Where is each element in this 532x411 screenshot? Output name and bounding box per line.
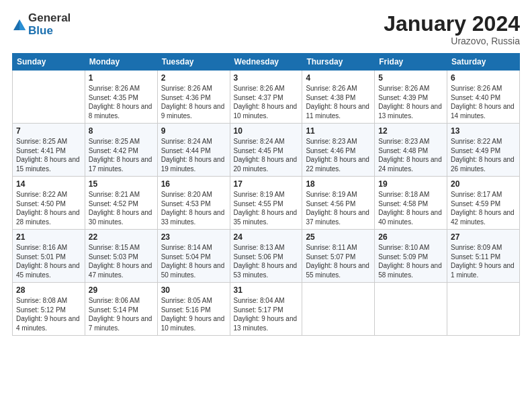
day-number: 27: [451, 232, 516, 242]
day-daylight: Daylight: 8 hours and 17 minutes.: [89, 156, 152, 173]
table-row: 15 Sunrise: 8:21 AM Sunset: 4:52 PM Dayl…: [85, 177, 157, 230]
day-sunrise: Sunrise: 8:22 AM: [451, 138, 502, 145]
day-sunrise: Sunrise: 8:15 AM: [89, 244, 140, 251]
calendar-week-row: 1 Sunrise: 8:26 AM Sunset: 4:35 PM Dayli…: [13, 71, 520, 124]
table-row: 4 Sunrise: 8:26 AM Sunset: 4:38 PM Dayli…: [302, 71, 375, 124]
day-sunset: Sunset: 4:45 PM: [234, 147, 283, 154]
logo-text: General Blue: [28, 12, 71, 37]
day-daylight: Daylight: 8 hours and 58 minutes.: [378, 262, 442, 279]
day-sunset: Sunset: 4:56 PM: [306, 200, 355, 208]
day-sunrise: Sunrise: 8:26 AM: [451, 85, 502, 92]
header-saturday: Saturday: [447, 54, 520, 71]
day-number: 30: [161, 285, 226, 295]
day-sunset: Sunset: 4:59 PM: [451, 200, 500, 208]
day-daylight: Daylight: 8 hours and 19 minutes.: [161, 156, 225, 173]
day-sunset: Sunset: 4:42 PM: [89, 147, 138, 154]
day-number: 4: [306, 73, 371, 83]
day-sunset: Sunset: 4:38 PM: [306, 94, 355, 101]
day-daylight: Daylight: 8 hours and 11 minutes.: [306, 103, 369, 120]
calendar-week-row: 21 Sunrise: 8:16 AM Sunset: 5:01 PM Dayl…: [13, 230, 520, 283]
day-sunset: Sunset: 5:17 PM: [234, 306, 283, 314]
table-row: 28 Sunrise: 8:08 AM Sunset: 5:12 PM Dayl…: [13, 283, 85, 336]
day-number: 18: [306, 179, 371, 189]
day-daylight: Daylight: 8 hours and 8 minutes.: [89, 103, 152, 120]
day-sunset: Sunset: 5:16 PM: [161, 306, 211, 314]
logo-general-text: General: [28, 12, 71, 25]
table-row: 10 Sunrise: 8:24 AM Sunset: 4:45 PM Dayl…: [230, 124, 302, 177]
day-sunset: Sunset: 4:35 PM: [89, 94, 138, 101]
day-sunset: Sunset: 4:53 PM: [161, 200, 211, 208]
title-block: January 2024 Urazovo, Russia: [384, 12, 520, 46]
day-sunset: Sunset: 4:36 PM: [161, 94, 211, 101]
day-daylight: Daylight: 8 hours and 26 minutes.: [451, 156, 515, 173]
day-daylight: Daylight: 9 hours and 4 minutes.: [16, 315, 80, 332]
table-row: 17 Sunrise: 8:19 AM Sunset: 4:55 PM Dayl…: [230, 177, 302, 230]
day-number: 25: [306, 232, 371, 242]
day-number: 24: [234, 232, 299, 242]
day-number: 7: [16, 126, 81, 136]
header-sunday: Sunday: [13, 54, 85, 71]
day-number: 9: [161, 126, 226, 136]
table-row: 6 Sunrise: 8:26 AM Sunset: 4:40 PM Dayli…: [447, 71, 520, 124]
day-sunrise: Sunrise: 8:14 AM: [161, 244, 212, 251]
table-row: 5 Sunrise: 8:26 AM Sunset: 4:39 PM Dayli…: [375, 71, 447, 124]
table-row: 21 Sunrise: 8:16 AM Sunset: 5:01 PM Dayl…: [13, 230, 85, 283]
table-row: 13 Sunrise: 8:22 AM Sunset: 4:49 PM Dayl…: [447, 124, 520, 177]
day-number: 19: [378, 179, 443, 189]
table-row: 7 Sunrise: 8:25 AM Sunset: 4:41 PM Dayli…: [13, 124, 85, 177]
calendar-week-row: 28 Sunrise: 8:08 AM Sunset: 5:12 PM Dayl…: [13, 283, 520, 336]
day-daylight: Daylight: 8 hours and 9 minutes.: [161, 103, 225, 120]
table-row: 31 Sunrise: 8:04 AM Sunset: 5:17 PM Dayl…: [230, 283, 302, 336]
page: General Blue January 2024 Urazovo, Russi…: [0, 0, 532, 411]
day-sunrise: Sunrise: 8:04 AM: [234, 297, 285, 304]
day-sunset: Sunset: 5:04 PM: [161, 253, 211, 261]
header-thursday: Thursday: [302, 54, 375, 71]
table-row: [375, 283, 447, 336]
day-number: 26: [378, 232, 443, 242]
day-sunset: Sunset: 4:40 PM: [451, 94, 500, 101]
day-daylight: Daylight: 8 hours and 22 minutes.: [306, 156, 369, 173]
logo-blue-text: Blue: [28, 25, 71, 38]
day-number: 20: [451, 179, 516, 189]
header-friday: Friday: [375, 54, 447, 71]
day-number: 3: [234, 73, 299, 83]
day-number: 1: [89, 73, 154, 83]
table-row: [447, 283, 520, 336]
day-sunrise: Sunrise: 8:25 AM: [16, 138, 67, 145]
day-number: 31: [234, 285, 299, 295]
day-sunrise: Sunrise: 8:26 AM: [161, 85, 212, 92]
day-daylight: Daylight: 8 hours and 14 minutes.: [451, 103, 515, 120]
calendar-week-row: 7 Sunrise: 8:25 AM Sunset: 4:41 PM Dayli…: [13, 124, 520, 177]
day-number: 6: [451, 73, 516, 83]
day-daylight: Daylight: 8 hours and 33 minutes.: [161, 209, 225, 226]
table-row: 14 Sunrise: 8:22 AM Sunset: 4:50 PM Dayl…: [13, 177, 85, 230]
day-sunrise: Sunrise: 8:05 AM: [161, 297, 212, 304]
day-daylight: Daylight: 9 hours and 1 minute.: [451, 262, 515, 279]
day-number: 5: [378, 73, 443, 83]
day-sunset: Sunset: 4:58 PM: [378, 200, 428, 208]
day-sunrise: Sunrise: 8:23 AM: [378, 138, 429, 145]
day-number: 16: [161, 179, 226, 189]
day-sunset: Sunset: 5:14 PM: [89, 306, 138, 314]
table-row: 19 Sunrise: 8:18 AM Sunset: 4:58 PM Dayl…: [375, 177, 447, 230]
day-daylight: Daylight: 9 hours and 13 minutes.: [234, 315, 298, 332]
day-sunrise: Sunrise: 8:19 AM: [234, 191, 285, 198]
day-sunset: Sunset: 4:48 PM: [378, 147, 428, 154]
day-daylight: Daylight: 8 hours and 20 minutes.: [234, 156, 298, 173]
day-sunset: Sunset: 4:49 PM: [451, 147, 500, 154]
day-sunrise: Sunrise: 8:06 AM: [89, 297, 140, 304]
day-sunset: Sunset: 4:46 PM: [306, 147, 355, 154]
table-row: 11 Sunrise: 8:23 AM Sunset: 4:46 PM Dayl…: [302, 124, 375, 177]
day-number: 14: [16, 179, 81, 189]
day-sunrise: Sunrise: 8:26 AM: [378, 85, 429, 92]
day-sunrise: Sunrise: 8:11 AM: [306, 244, 357, 251]
header: General Blue January 2024 Urazovo, Russi…: [12, 12, 520, 46]
day-sunset: Sunset: 4:50 PM: [16, 200, 66, 208]
day-number: 10: [234, 126, 299, 136]
table-row: 29 Sunrise: 8:06 AM Sunset: 5:14 PM Dayl…: [85, 283, 157, 336]
table-row: 12 Sunrise: 8:23 AM Sunset: 4:48 PM Dayl…: [375, 124, 447, 177]
day-sunset: Sunset: 4:52 PM: [89, 200, 138, 208]
month-title: January 2024: [384, 12, 520, 36]
table-row: 27 Sunrise: 8:09 AM Sunset: 5:11 PM Dayl…: [447, 230, 520, 283]
day-daylight: Daylight: 9 hours and 7 minutes.: [89, 315, 152, 332]
